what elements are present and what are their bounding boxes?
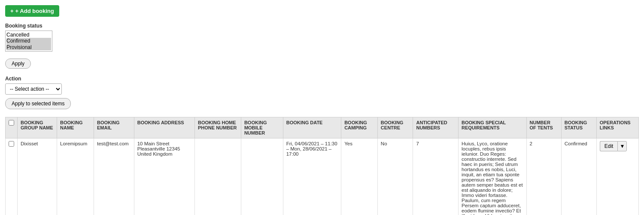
table-row: Dixisset Loremipsum test@test.com 10 Mai… [6,138,639,215]
row-special-req: Huius, Lyco, oratione locuples, rebus ip… [459,138,527,215]
action-section: Action -- Select action -- Apply to sele… [5,76,639,109]
apply-selected-button[interactable]: Apply to selected items [5,98,71,109]
select-all-col[interactable] [6,117,18,138]
row-email: test@test.com [94,138,134,215]
row-date: Fri, 04/06/2021 – 11:30 – Mon, 28/06/202… [283,138,341,215]
booking-status-select[interactable]: Cancelled Confirmed Provisional [6,31,52,51]
edit-btn-group: Edit ▼ [600,141,627,151]
col-anticipated: Anticipated Numbers [413,117,459,138]
table-header-row: Booking Group Name Booking Name Booking … [6,117,639,138]
status-option-cancelled[interactable]: Cancelled [6,32,51,38]
status-option-confirmed[interactable]: Confirmed [6,38,51,44]
row-group-name: Dixisset [18,138,57,215]
add-booking-button[interactable]: ++ Add booking [5,5,59,17]
row-camping: Yes [341,138,378,215]
col-centre: Booking Centre [377,117,413,138]
table-section: Booking Group Name Booking Name Booking … [5,117,639,215]
col-address: Booking Address [134,117,194,138]
col-operations: Operations Links [596,117,638,138]
col-tents: Number of Tents [526,117,561,138]
col-home-phone: Booking Home Phone Number [195,117,241,138]
row-checkbox-cell[interactable] [6,138,18,215]
col-camping: Booking Camping [341,117,378,138]
col-status: Booking Status [561,117,596,138]
apply-button[interactable]: Apply [5,58,31,69]
col-mobile: Booking Mobile Number [241,117,283,138]
row-operations: Edit ▼ [596,138,638,215]
row-mobile [241,138,283,215]
bookings-table: Booking Group Name Booking Name Booking … [5,117,639,215]
row-anticipated: 7 [413,138,459,215]
row-tents: 2 [526,138,561,215]
col-special-req: Booking Special Requirements [459,117,527,138]
row-home-phone [195,138,241,215]
row-booking-name: Loremipsum [57,138,94,215]
edit-button[interactable]: Edit [600,141,618,151]
booking-status-section: Booking status Cancelled Confirmed Provi… [5,23,639,52]
col-booking-name: Booking Name [57,117,94,138]
action-select[interactable]: -- Select action -- [6,84,61,94]
booking-status-list[interactable]: Cancelled Confirmed Provisional [5,31,52,52]
select-all-checkbox[interactable] [9,120,14,126]
booking-status-label: Booking status [5,23,639,29]
edit-dropdown-button[interactable]: ▼ [617,141,627,151]
status-option-provisional[interactable]: Provisional [6,44,51,50]
action-select-wrapper[interactable]: -- Select action -- [5,83,62,95]
action-label: Action [5,76,639,82]
row-status: Confirmed [561,138,596,215]
row-address: 10 Main Street Pleasantville 12345 Unite… [134,138,194,215]
add-booking-label: + Add booking [15,8,54,14]
row-checkbox[interactable] [9,141,14,147]
plus-icon: + [10,8,14,14]
col-group-name: Booking Group Name [18,117,57,138]
row-centre: No [377,138,413,215]
apply-section: Apply [5,55,639,69]
col-email: Booking Email [94,117,134,138]
col-date: Booking Date [283,117,341,138]
